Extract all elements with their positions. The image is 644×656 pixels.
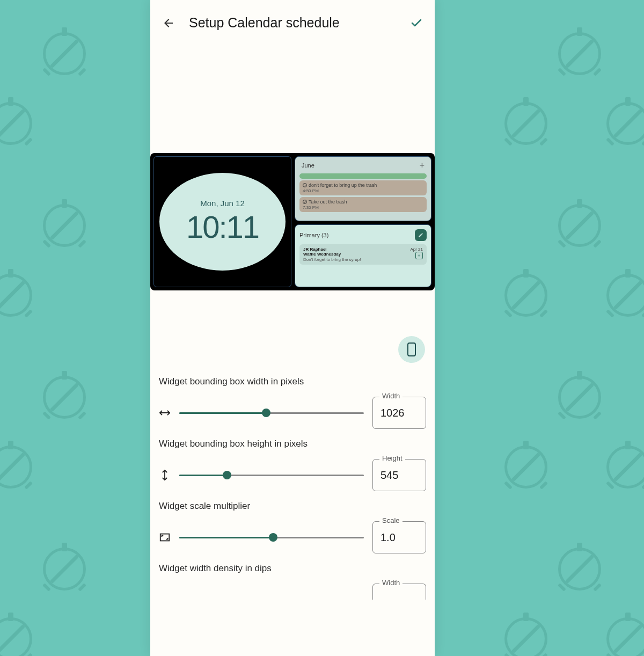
width-label: Widget bounding box width in pixels <box>159 376 426 387</box>
calendar-event: ✓Take out the trash 7:30 PM <box>299 197 427 212</box>
check-circle-icon: ✓ <box>303 183 307 187</box>
arrow-left-icon <box>162 17 175 30</box>
width-control: Widget bounding box width in pixels Widt… <box>159 376 426 429</box>
archive-icon[interactable]: + <box>415 252 423 259</box>
svg-rect-0 <box>408 343 415 356</box>
scale-value: 1.0 <box>380 531 396 544</box>
mail-preview-text: Don't forget to bring the syrup! <box>303 257 423 262</box>
density-input[interactable]: Width <box>372 584 426 600</box>
calendar-month: June <box>302 162 314 169</box>
scale-label: Widget scale multiplier <box>159 501 426 512</box>
clock-date: Mon, Jun 12 <box>200 199 245 208</box>
mail-date: Apr 21 <box>410 247 423 252</box>
plus-icon[interactable]: + <box>420 161 425 170</box>
scale-control: Widget scale multiplier Scale 1.0 <box>159 501 426 553</box>
page-title: Setup Calendar schedule <box>189 15 396 31</box>
height-input[interactable]: Height 545 <box>372 459 426 491</box>
svg-rect-1 <box>160 534 170 541</box>
back-button[interactable] <box>161 16 176 31</box>
vertical-arrows-icon <box>159 469 171 481</box>
widget-preview: Mon, Jun 12 10:11 June + ✓don't forget t… <box>150 153 435 290</box>
pencil-icon <box>418 232 423 238</box>
scale-slider[interactable] <box>179 531 364 544</box>
app-header: Setup Calendar schedule <box>150 0 435 46</box>
aspect-ratio-icon <box>159 531 171 543</box>
edit-button[interactable] <box>415 229 427 241</box>
scale-input[interactable]: Scale 1.0 <box>372 521 426 553</box>
width-input[interactable]: Width 1026 <box>372 397 426 429</box>
calendar-widget: June + ✓don't forget to bring up the tra… <box>295 156 431 221</box>
phone-icon <box>407 342 416 356</box>
height-label: Widget bounding box height in pixels <box>159 439 426 449</box>
confirm-button[interactable] <box>409 16 424 31</box>
calendar-event <box>299 173 427 179</box>
calendar-event: ✓don't forget to bring up the trash 4:50… <box>299 180 427 195</box>
check-circle-icon: ✓ <box>303 200 307 204</box>
clock-widget: Mon, Jun 12 10:11 <box>153 156 291 287</box>
mail-widget: Primary (3) JR Raphael Apr 21 Waffle Wed… <box>295 224 431 287</box>
device-orientation-button[interactable] <box>398 336 425 363</box>
clock-time: 10:11 <box>186 209 259 245</box>
horizontal-arrows-icon <box>159 407 171 419</box>
check-icon <box>410 17 423 30</box>
height-slider[interactable] <box>179 469 364 482</box>
phone-frame: Setup Calendar schedule Mon, Jun 12 10:1… <box>150 0 435 656</box>
width-value: 1026 <box>380 407 405 419</box>
height-control: Widget bounding box height in pixels Hei… <box>159 439 426 491</box>
controls-panel: Widget bounding box width in pixels Widt… <box>150 371 435 600</box>
mail-subject: Waffle Wednesday <box>303 252 341 257</box>
density-label: Widget width density in dips <box>159 563 426 574</box>
width-slider[interactable] <box>179 406 364 419</box>
clock-pill: Mon, Jun 12 10:11 <box>159 173 286 271</box>
mail-from: JR Raphael <box>303 247 327 252</box>
mail-item: JR Raphael Apr 21 Waffle Wednesday + Don… <box>299 244 427 265</box>
mail-folder-label: Primary (3) <box>299 232 328 238</box>
height-value: 545 <box>380 469 398 482</box>
density-control: Widget width density in dips Width <box>159 563 426 600</box>
